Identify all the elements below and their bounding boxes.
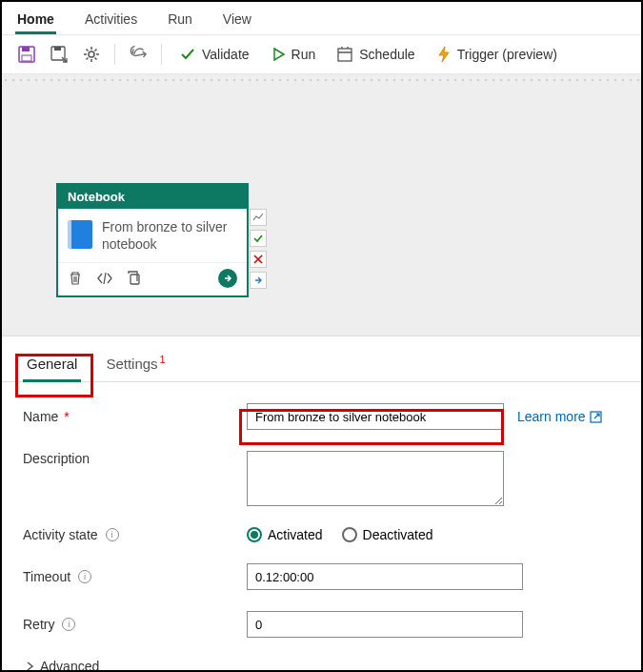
info-icon[interactable]: i	[62, 618, 75, 631]
schedule-label: Schedule	[359, 47, 414, 62]
external-link-icon	[590, 411, 602, 423]
trigger-button[interactable]: Trigger (preview)	[429, 42, 565, 67]
name-input[interactable]	[247, 403, 504, 430]
save-button[interactable]	[13, 41, 40, 68]
radio-icon	[342, 527, 357, 542]
save-as-button[interactable]	[46, 41, 72, 68]
activity-handles	[250, 209, 267, 289]
properties-form: Name* Learn more Description Activity st…	[2, 382, 641, 672]
advanced-toggle[interactable]: Advanced	[23, 659, 620, 672]
description-input[interactable]	[247, 451, 504, 506]
timeout-label: Timeout i	[23, 569, 247, 584]
menu-tab-home[interactable]: Home	[15, 6, 56, 34]
tab-settings[interactable]: Settings1	[102, 350, 167, 381]
notebook-icon	[68, 220, 92, 249]
menu-tab-view[interactable]: View	[221, 6, 253, 34]
svg-point-5	[89, 51, 94, 57]
schedule-button[interactable]: Schedule	[329, 42, 422, 67]
retry-input[interactable]	[247, 611, 523, 638]
handle-fail-icon[interactable]	[250, 251, 267, 268]
info-icon[interactable]: i	[106, 528, 119, 541]
copy-icon[interactable]	[127, 271, 142, 286]
settings-button[interactable]	[78, 41, 105, 68]
check-icon	[179, 46, 196, 63]
svg-rect-4	[54, 47, 61, 51]
menu-tab-activities[interactable]: Activities	[83, 6, 139, 34]
name-label: Name*	[23, 409, 247, 424]
code-icon[interactable]	[96, 272, 113, 285]
calendar-icon	[336, 46, 353, 63]
trigger-label: Trigger (preview)	[457, 47, 557, 62]
handle-chart-icon[interactable]	[250, 209, 267, 226]
radio-activated[interactable]: Activated	[247, 527, 323, 542]
run-activity-icon[interactable]	[218, 269, 237, 288]
lightning-icon	[436, 46, 452, 63]
top-menu: Home Activities Run View	[2, 2, 641, 35]
info-icon[interactable]: i	[78, 570, 91, 583]
learn-more-link[interactable]: Learn more	[517, 409, 602, 424]
radio-icon	[247, 527, 262, 542]
chevron-right-icon	[25, 661, 34, 672]
play-icon	[271, 47, 286, 62]
validate-label: Validate	[202, 47, 250, 62]
timeout-input[interactable]	[247, 563, 523, 590]
toolbar-divider	[114, 44, 115, 65]
delete-icon[interactable]	[68, 271, 83, 286]
handle-success-icon[interactable]	[250, 230, 267, 247]
svg-rect-1	[22, 47, 30, 51]
settings-badge: 1	[160, 354, 166, 365]
toolbar: Validate Run Schedule Trigger (preview)	[2, 35, 641, 74]
radio-deactivated[interactable]: Deactivated	[342, 527, 433, 542]
menu-tab-run[interactable]: Run	[166, 6, 194, 34]
canvas-grip	[2, 74, 641, 82]
activity-card[interactable]: Notebook From bronze to silver notebook	[57, 184, 248, 296]
toolbar-divider	[161, 44, 162, 65]
undo-button[interactable]	[125, 41, 151, 68]
property-tabs: General Settings1	[2, 336, 641, 382]
required-icon: *	[64, 409, 69, 424]
svg-rect-6	[338, 49, 352, 61]
run-button[interactable]: Run	[263, 43, 324, 66]
retry-label: Retry i	[23, 617, 247, 632]
tab-general[interactable]: General	[23, 350, 81, 381]
svg-rect-2	[22, 55, 31, 61]
tab-settings-label: Settings	[106, 356, 157, 372]
activity-type-label: Notebook	[58, 185, 247, 209]
pipeline-canvas[interactable]: Notebook From bronze to silver notebook	[2, 74, 641, 336]
validate-button[interactable]: Validate	[171, 42, 257, 67]
handle-skip-icon[interactable]	[250, 272, 267, 289]
run-label: Run	[291, 47, 316, 62]
activity-state-label: Activity state i	[23, 527, 247, 542]
description-label: Description	[23, 451, 247, 466]
activity-title: From bronze to silver notebook	[102, 218, 237, 253]
